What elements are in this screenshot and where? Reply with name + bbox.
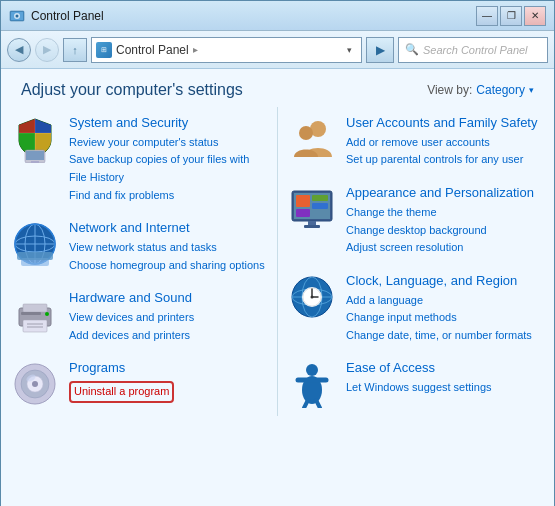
category-programs: Programs Uninstall a program	[1, 352, 277, 416]
homegroup-link[interactable]: Choose homegroup and sharing options	[69, 257, 267, 275]
svg-point-20	[45, 312, 49, 316]
address-text: Control Panel	[116, 43, 189, 57]
appearance-links: Change the theme Change desktop backgrou…	[346, 204, 544, 257]
programs-title[interactable]: Programs	[69, 360, 267, 377]
window-icon	[9, 8, 25, 24]
cp-icon: ⊞	[101, 46, 107, 54]
category-appearance: Appearance and Personalization Change th…	[278, 177, 554, 265]
category-network: Network and Internet View network status…	[1, 212, 277, 282]
change-theme-link[interactable]: Change the theme	[346, 204, 544, 222]
hardware-content: Hardware and Sound View devices and prin…	[69, 290, 267, 344]
add-language-link[interactable]: Add a language	[346, 292, 544, 310]
svg-rect-16	[23, 304, 47, 312]
title-bar-left: Control Panel	[9, 8, 104, 24]
category-system-security: System and Security Review your computer…	[1, 107, 277, 212]
category-clock: Clock, Language, and Region Add a langua…	[278, 265, 554, 353]
hardware-title[interactable]: Hardware and Sound	[69, 290, 267, 307]
ease-access-icon[interactable]	[288, 360, 336, 408]
address-dropdown-button[interactable]: ▾	[341, 45, 357, 55]
appearance-icon[interactable]	[288, 185, 336, 233]
system-security-title[interactable]: System and Security	[69, 115, 267, 132]
title-bar-controls: — ❐ ✕	[476, 6, 546, 26]
parental-controls-link[interactable]: Set up parental controls for any user	[346, 151, 544, 169]
svg-rect-33	[312, 203, 328, 209]
user-accounts-links: Add or remove user accounts Set up paren…	[346, 134, 544, 169]
change-input-link[interactable]: Change input methods	[346, 309, 544, 327]
uninstall-program-link[interactable]: Uninstall a program	[69, 381, 174, 403]
svg-point-25	[32, 381, 38, 387]
change-background-link[interactable]: Change desktop background	[346, 222, 544, 240]
network-icon[interactable]	[11, 220, 59, 268]
adjust-resolution-link[interactable]: Adjust screen resolution	[346, 239, 544, 257]
network-title[interactable]: Network and Internet	[69, 220, 267, 237]
go-icon: ▶	[376, 43, 385, 57]
left-column: System and Security Review your computer…	[1, 107, 278, 416]
view-devices-link[interactable]: View devices and printers	[69, 309, 267, 327]
programs-links: Uninstall a program	[69, 379, 267, 403]
programs-icon[interactable]	[11, 360, 59, 408]
backup-link[interactable]: Save backup copies of your files with Fi…	[69, 151, 267, 186]
view-by-control: View by: Category ▾	[427, 83, 534, 97]
svg-rect-31	[296, 195, 310, 207]
programs-content: Programs Uninstall a program	[69, 360, 267, 402]
close-button[interactable]: ✕	[524, 6, 546, 26]
back-button[interactable]: ◀	[7, 38, 31, 62]
viewby-value[interactable]: Category	[476, 83, 525, 97]
hardware-icon[interactable]	[11, 290, 59, 338]
svg-line-49	[304, 400, 308, 408]
svg-rect-21	[21, 312, 41, 315]
appearance-title[interactable]: Appearance and Personalization	[346, 185, 544, 202]
nav-bar: ◀ ▶ ↑ ⊞ Control Panel ▸ ▾ ▶ 🔍 Search	[1, 31, 554, 69]
svg-rect-35	[308, 221, 316, 225]
view-network-link[interactable]: View network status and tasks	[69, 239, 267, 257]
svg-line-50	[316, 400, 320, 408]
user-accounts-icon[interactable]	[288, 115, 336, 163]
svg-rect-6	[31, 161, 39, 163]
svg-rect-14	[17, 252, 53, 260]
ease-access-title[interactable]: Ease of Access	[346, 360, 544, 377]
svg-point-28	[299, 126, 313, 140]
main-content: Adjust your computer's settings View by:…	[1, 69, 554, 506]
search-bar[interactable]: 🔍 Search Control Panel	[398, 37, 548, 63]
clock-icon[interactable]	[288, 273, 336, 321]
svg-rect-36	[304, 225, 320, 228]
ease-access-links: Let Windows suggest settings	[346, 379, 544, 397]
network-links: View network status and tasks Choose hom…	[69, 239, 267, 274]
add-remove-accounts-link[interactable]: Add or remove user accounts	[346, 134, 544, 152]
category-hardware: Hardware and Sound View devices and prin…	[1, 282, 277, 352]
windows-suggest-link[interactable]: Let Windows suggest settings	[346, 379, 544, 397]
category-grid: System and Security Review your computer…	[1, 107, 554, 416]
right-column: User Accounts and Family Safety Add or r…	[278, 107, 554, 416]
viewby-arrow[interactable]: ▾	[529, 85, 534, 95]
system-security-icon[interactable]	[11, 115, 59, 163]
viewby-label: View by:	[427, 83, 472, 97]
svg-point-46	[306, 364, 318, 376]
user-accounts-content: User Accounts and Family Safety Add or r…	[346, 115, 544, 169]
ease-access-content: Ease of Access Let Windows suggest setti…	[346, 360, 544, 396]
change-datetime-link[interactable]: Change date, time, or number formats	[346, 327, 544, 345]
up-button[interactable]: ↑	[63, 38, 87, 62]
forward-icon: ▶	[43, 43, 51, 56]
review-status-link[interactable]: Review your computer's status	[69, 134, 267, 152]
user-accounts-title[interactable]: User Accounts and Family Safety	[346, 115, 544, 132]
window-title: Control Panel	[31, 9, 104, 23]
clock-title[interactable]: Clock, Language, and Region	[346, 273, 544, 290]
svg-rect-5	[26, 151, 44, 160]
page-title: Adjust your computer's settings	[21, 81, 243, 99]
add-devices-link[interactable]: Add devices and printers	[69, 327, 267, 345]
appearance-content: Appearance and Personalization Change th…	[346, 185, 544, 257]
svg-rect-32	[312, 195, 328, 201]
fix-problems-link[interactable]: Find and fix problems	[69, 187, 267, 205]
category-user-accounts: User Accounts and Family Safety Add or r…	[278, 107, 554, 177]
chevron-down-icon: ▾	[347, 45, 352, 55]
restore-button[interactable]: ❐	[500, 6, 522, 26]
network-content: Network and Internet View network status…	[69, 220, 267, 274]
svg-point-3	[16, 14, 19, 17]
go-button[interactable]: ▶	[366, 37, 394, 63]
title-bar: Control Panel — ❐ ✕	[1, 1, 554, 31]
category-ease-access: Ease of Access Let Windows suggest setti…	[278, 352, 554, 416]
address-bar-icon: ⊞	[96, 42, 112, 58]
minimize-button[interactable]: —	[476, 6, 498, 26]
forward-button[interactable]: ▶	[35, 38, 59, 62]
address-bar[interactable]: ⊞ Control Panel ▸ ▾	[91, 37, 362, 63]
